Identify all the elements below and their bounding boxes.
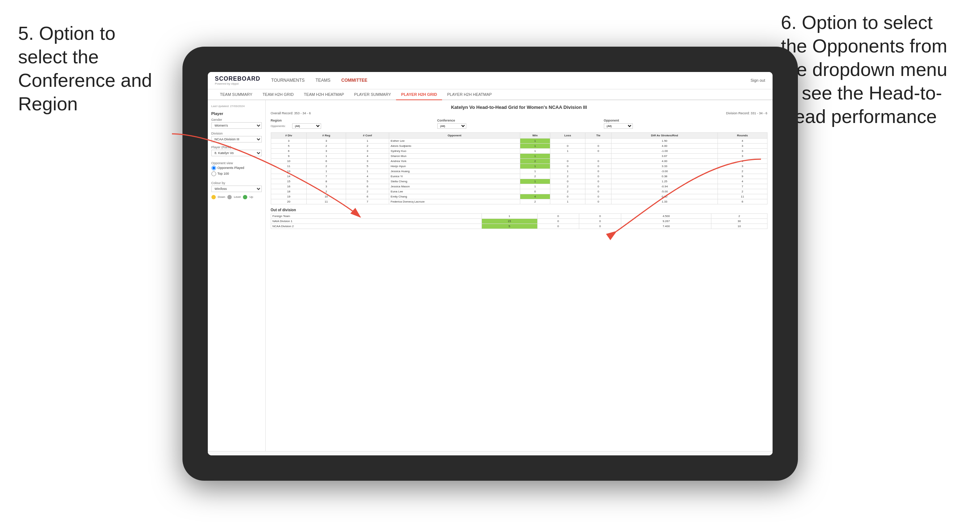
conference-filter-label: Conference	[438, 119, 601, 122]
logo-area: SCOREBOARD Powered by clippd	[215, 76, 261, 85]
th-opponent: Opponent	[389, 132, 520, 138]
cell-win: 1	[520, 168, 550, 174]
cell-opponent: Jessica Huang	[389, 168, 520, 174]
opponent-filter-row: (All)	[604, 123, 767, 129]
cell-win: 2	[520, 174, 550, 179]
subnav-player-h2h-grid[interactable]: PLAYER H2H GRID	[396, 89, 442, 100]
cell-tie: 0	[585, 143, 611, 148]
cell-loss: 1	[550, 199, 585, 204]
conference-filter-row: (All)	[438, 123, 601, 129]
cell-win: 1	[520, 153, 550, 159]
cell-win: 15	[482, 219, 537, 224]
opponent-select[interactable]: (All)	[604, 123, 633, 129]
sep2: |	[315, 455, 316, 456]
cell-loss: 0	[550, 159, 585, 163]
share-btn-icon[interactable]: ⬡	[380, 455, 387, 456]
share-btn[interactable]: Share	[399, 455, 411, 456]
cell-opponent: Sharon Mun	[389, 153, 520, 159]
arrow-left	[154, 123, 371, 233]
cell-win: 1	[520, 148, 550, 153]
cell-loss: 2	[550, 189, 585, 194]
cell-loss: 1	[550, 168, 585, 174]
tablet-device: SCOREBOARD Powered by clippd TOURNAMENTS…	[183, 47, 798, 481]
cell-win: 0	[520, 189, 550, 194]
view-original-btn[interactable]: 📊 View: Original	[286, 455, 312, 456]
page-title: Katelyn Vo Head-to-Head Grid for Women's…	[271, 105, 767, 110]
cut-btn[interactable]: ✂	[251, 455, 258, 456]
cell-loss: 0	[537, 224, 579, 229]
conference-filter-group: Conference (All)	[438, 119, 601, 129]
nav-right: Sign out	[751, 78, 765, 83]
subnav-team-h2h-grid[interactable]: TEAM H2H GRID	[258, 89, 299, 100]
cell-win: 1	[520, 143, 550, 148]
cell-win: 4	[520, 194, 550, 199]
redo-btn[interactable]: ↪	[231, 455, 238, 456]
cell-win: 2	[520, 199, 550, 204]
cell-loss: 0	[537, 219, 579, 224]
records-row: Overall Record: 353 - 34 - 6 Division Re…	[271, 111, 767, 115]
th-rounds: Rounds	[718, 132, 767, 138]
nav-teams[interactable]: TEAMS	[316, 76, 331, 84]
sidebar-player-title: Player	[212, 111, 262, 116]
division-record: Division Record: 331 - 34 - 6	[726, 111, 767, 115]
watch-btn[interactable]: 👁 Watch ▾	[359, 455, 377, 456]
cell-rounds: 4	[718, 138, 767, 143]
last-updated: Last Updated: 27/03/2024	[212, 105, 262, 108]
annotation-right: 6. Option to select the Opponents from t…	[781, 11, 962, 129]
logo-text: SCOREBOARD	[215, 76, 261, 82]
cell-loss: 2	[550, 184, 585, 189]
cell-opponent: Heejo Hyun	[389, 163, 520, 168]
logo-sub: Powered by clippd	[215, 82, 261, 85]
th-tie: Tie	[585, 132, 611, 138]
link-btn[interactable]: 🔗	[241, 455, 249, 456]
cell-opponent: Eunice Yi	[389, 174, 520, 179]
opponent-filter-group: Opponent (All)	[604, 119, 767, 129]
cell-opponent: Andrea York	[389, 159, 520, 163]
bottom-toolbar: ↩ ⟳ ↪ 🔗 ✂ ⬡ 🕐 | 📊 View: Original | 💾 Sav…	[208, 451, 773, 456]
cell-win: 1	[482, 213, 537, 219]
subnav-player-summary[interactable]: PLAYER SUMMARY	[349, 89, 396, 100]
cell-win: 1	[520, 184, 550, 189]
opponent-filter-label: Opponent	[604, 119, 767, 122]
cell-opponent: Sydney Kuo	[389, 148, 520, 153]
nav-links: TOURNAMENTS TEAMS COMMITTEE	[271, 76, 751, 84]
nav-tournaments[interactable]: TOURNAMENTS	[271, 76, 304, 84]
sep3: |	[355, 455, 355, 456]
cell-win: 1	[520, 179, 550, 184]
grid-btn[interactable]: ⬡	[261, 455, 268, 456]
refresh-btn[interactable]: ⟳	[221, 455, 228, 456]
sign-out-link[interactable]: Sign out	[751, 78, 765, 83]
cell-loss: 2	[550, 174, 585, 179]
arrow-right	[598, 152, 779, 244]
time-btn[interactable]: 🕐	[271, 455, 279, 456]
subnav-team-h2h-heatmap[interactable]: TEAM H2H HEATMAP	[299, 89, 349, 100]
cell-opponent: Federica Domecq Lacroze	[389, 199, 520, 204]
cell-opponent: Stella Cheng	[389, 179, 520, 184]
th-win: Win	[520, 132, 550, 138]
save-custom-view-btn[interactable]: 💾 Save Custom View	[319, 455, 352, 456]
annotation-left: 5. Option to select the Conference and R…	[18, 22, 156, 116]
subnav-team-summary[interactable]: TEAM SUMMARY	[215, 89, 258, 100]
th-diff: Diff Av Strokes/Rnd	[611, 132, 718, 138]
cell-win: 1	[520, 163, 550, 168]
subnav-player-h2h-heatmap[interactable]: PLAYER H2H HEATMAP	[442, 89, 497, 100]
undo-btn[interactable]: ↩	[212, 455, 218, 456]
top-nav: SCOREBOARD Powered by clippd TOURNAMENTS…	[208, 72, 773, 89]
nav-committee[interactable]: COMMITTEE	[341, 76, 368, 84]
cell-loss: 0	[550, 194, 585, 199]
th-loss: Loss	[550, 132, 585, 138]
cell-opponent: Esther Lee	[389, 138, 520, 143]
conference-select[interactable]: (All)	[438, 123, 466, 129]
export-btn[interactable]: ⬡	[390, 455, 396, 456]
sub-nav: TEAM SUMMARY TEAM H2H GRID TEAM H2H HEAT…	[208, 89, 773, 100]
region-filter-label: Region	[271, 119, 434, 122]
cell-loss	[550, 153, 585, 159]
cell-diff: 1.50	[611, 138, 718, 143]
gender-label: Gender	[212, 118, 262, 122]
cell-win: 1	[520, 138, 550, 143]
cell-loss	[550, 138, 585, 143]
cell-win: 2	[520, 159, 550, 163]
cell-tie	[585, 138, 611, 143]
cell-opponent: Emily Chang	[389, 194, 520, 199]
cell-opponent: Euna Lee	[389, 189, 520, 194]
